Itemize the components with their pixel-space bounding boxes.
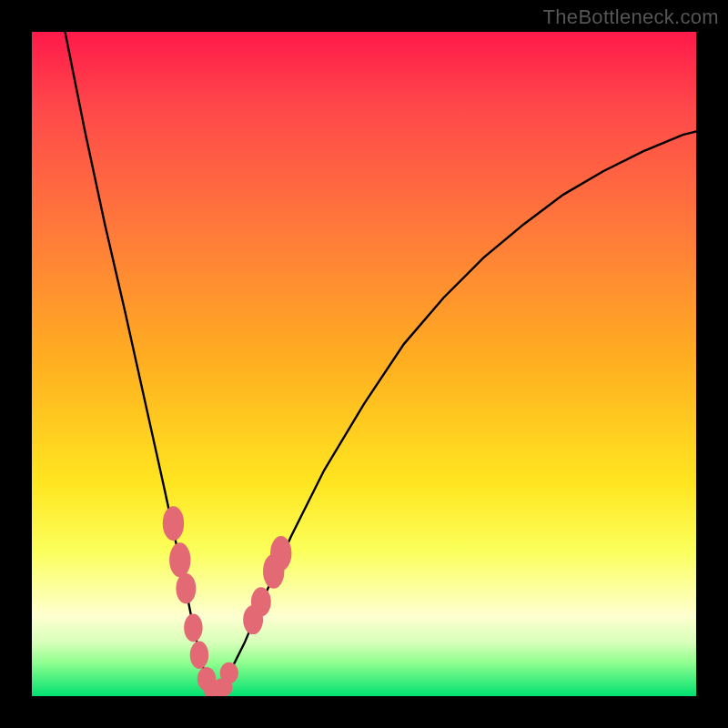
data-marker bbox=[251, 587, 271, 616]
data-marker bbox=[190, 641, 208, 669]
watermark-text: TheBottleneck.com bbox=[543, 5, 719, 29]
bottleneck-curve-chart bbox=[32, 32, 696, 696]
chart-frame: TheBottleneck.com bbox=[0, 0, 728, 728]
data-marker bbox=[176, 573, 196, 604]
curve-right-branch bbox=[215, 132, 696, 693]
data-marker bbox=[163, 506, 184, 541]
data-marker bbox=[184, 613, 202, 642]
data-marker bbox=[220, 662, 238, 683]
plot-area bbox=[32, 32, 696, 696]
data-marker bbox=[270, 536, 291, 571]
data-marker bbox=[169, 542, 190, 577]
